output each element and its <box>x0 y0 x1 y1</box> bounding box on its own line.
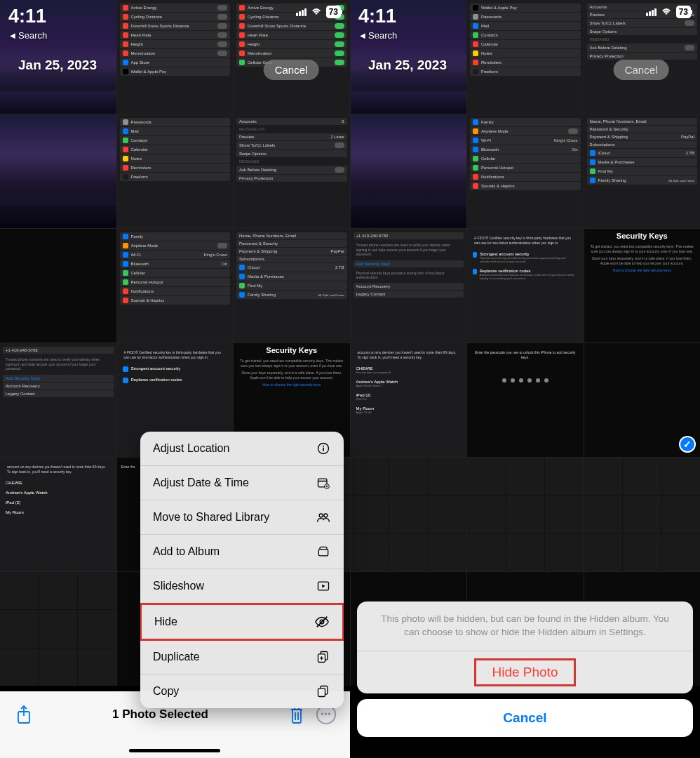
action-sheet-message: This photo will be hidden, but can be fo… <box>357 601 693 651</box>
duplicate-icon <box>316 649 331 665</box>
status-time: 4:11 <box>8 6 46 27</box>
photo-tile[interactable]: account on any devices you haven't used … <box>0 458 116 571</box>
play-rect-icon <box>316 578 331 594</box>
svg-point-1 <box>323 446 324 447</box>
photo-tile[interactable] <box>0 114 116 228</box>
menu-add-to-album[interactable]: Add to Album <box>140 535 344 569</box>
photo-tile[interactable] <box>351 458 467 571</box>
photo-tile[interactable]: +1 410-240-5782 Trusted phone numbers ar… <box>351 229 467 343</box>
photo-tile[interactable] <box>584 343 701 457</box>
selected-check-icon <box>679 436 696 453</box>
photo-tile[interactable] <box>584 458 701 571</box>
info-icon <box>316 441 331 456</box>
photo-tile[interactable] <box>0 572 116 686</box>
status-time: 4:11 <box>358 6 396 27</box>
action-sheet-cancel[interactable]: Cancel <box>357 699 693 737</box>
photo-tile[interactable]: account on any devices you haven't used … <box>351 343 467 457</box>
svg-rect-2 <box>323 448 324 451</box>
svg-point-9 <box>324 514 328 517</box>
photo-tile[interactable]: Wallet & Apple Pay Passwords Mail Contac… <box>467 0 584 114</box>
date-label: Jan 25, 2023 <box>368 58 447 73</box>
date-label: Jan 25, 2023 <box>18 58 97 73</box>
signal-bars-icon <box>646 8 657 16</box>
photo-tile[interactable]: A FIDO® Certified security key is third-… <box>467 229 584 343</box>
menu-copy[interactable]: Copy <box>140 674 344 708</box>
photo-tile[interactable]: Active Energy Cycling Distance Downhill … <box>117 0 234 114</box>
photo-tile[interactable] <box>351 114 467 228</box>
context-menu: Adjust Location Adjust Date & Time Move … <box>140 432 344 708</box>
hide-photo-button[interactable]: Hide Photo <box>357 651 693 693</box>
calendar-plus-icon <box>316 475 331 491</box>
wifi-icon <box>661 8 672 16</box>
home-indicator[interactable] <box>129 749 220 752</box>
share-button[interactable] <box>14 705 34 724</box>
people-icon <box>316 510 331 525</box>
menu-hide[interactable]: Hide <box>140 603 344 641</box>
wifi-icon <box>311 8 322 16</box>
photo-tile[interactable]: Name, Phone Numbers, Email Password & Se… <box>234 229 350 343</box>
photo-tile[interactable]: Accounts5 MESSAGE LIST Preview2 Lines Sh… <box>234 114 350 228</box>
photo-tile[interactable]: Name, Phone Numbers, Email Password & Se… <box>584 114 701 228</box>
back-to-search[interactable]: Search <box>360 30 397 41</box>
menu-slideshow[interactable]: Slideshow <box>140 569 344 604</box>
copy-icon <box>316 684 331 699</box>
photo-grid: Active Energy Cycling Distance Downhill … <box>0 0 700 686</box>
svg-rect-10 <box>318 550 328 556</box>
photo-tile[interactable]: Family Airplane Mode Wi-FiKing's Cross B… <box>467 114 584 228</box>
photo-tile[interactable] <box>467 458 584 571</box>
menu-adjust-date-time[interactable]: Adjust Date & Time <box>140 466 344 500</box>
signal-bars-icon <box>296 8 307 16</box>
home-indicator[interactable] <box>479 749 570 752</box>
photo-tile[interactable]: Passwords Mail Contacts Calendar Notes R… <box>117 114 234 228</box>
photo-tile[interactable]: Family Airplane Mode Wi-FiKing's Cross B… <box>117 229 234 343</box>
back-to-search[interactable]: Search <box>10 30 47 41</box>
cancel-pill[interactable]: Cancel <box>614 60 669 80</box>
svg-point-8 <box>319 514 323 517</box>
photo-tile[interactable]: Security Keys To get started, you need t… <box>584 229 701 343</box>
selection-count: 1 Photo Selected <box>112 707 208 722</box>
svg-rect-19 <box>318 689 325 697</box>
photo-tile[interactable]: Enter the passcode you use to unlock thi… <box>467 343 584 457</box>
battery-indicator: 73 <box>676 6 691 18</box>
photo-tile[interactable] <box>0 229 116 343</box>
menu-adjust-location[interactable]: Adjust Location <box>140 432 344 466</box>
cancel-pill[interactable]: Cancel <box>264 60 319 80</box>
battery-indicator: 73 <box>326 6 341 18</box>
album-icon <box>316 544 331 559</box>
menu-duplicate[interactable]: Duplicate <box>140 640 344 674</box>
photo-tile[interactable]: +1 410-240-5782 Trusted phone numbers ar… <box>0 343 116 457</box>
eye-slash-icon <box>314 614 330 630</box>
action-sheet: This photo will be hidden, but can be fo… <box>357 601 693 737</box>
menu-move-shared-library[interactable]: Move to Shared Library <box>140 500 344 535</box>
